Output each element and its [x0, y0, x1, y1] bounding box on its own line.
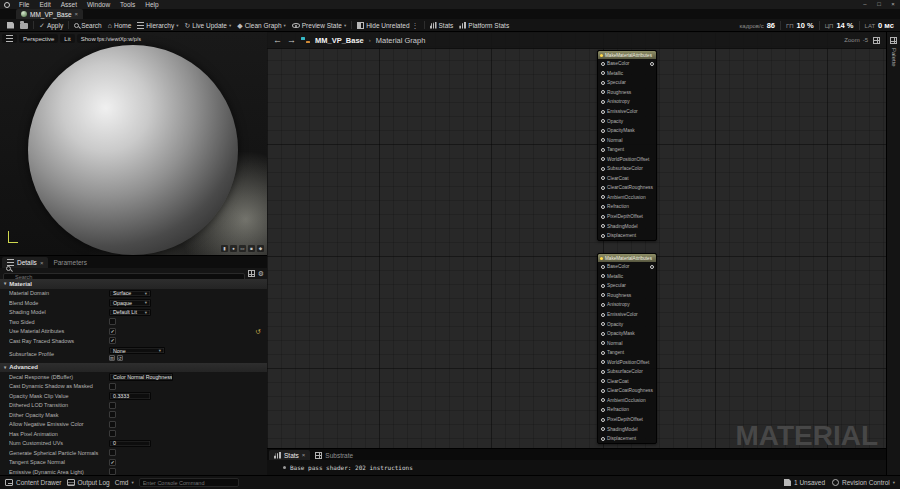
browse-button[interactable]	[17, 20, 31, 30]
input-pin-icon[interactable]	[601, 303, 605, 307]
unsaved-indicator[interactable]: 1 Unsaved	[784, 479, 825, 486]
browse-icon[interactable]: ⊞	[109, 355, 115, 361]
cmd-selector[interactable]: Cmd▾	[115, 479, 134, 486]
tab-close-icon[interactable]: ×	[75, 11, 79, 17]
input-pin-icon[interactable]	[601, 322, 605, 326]
checkbox-emissive-dynamic-area-light[interactable]	[109, 468, 116, 475]
material-node[interactable]: MakeMaterialAttributes BaseColorMetallic…	[597, 50, 657, 241]
material-node[interactable]: MakeMaterialAttributes BaseColorMetallic…	[597, 253, 657, 444]
checkbox-has-pixel-animation[interactable]	[109, 430, 116, 437]
cylinder-icon[interactable]: ▮	[221, 245, 228, 252]
input-pin-icon[interactable]	[601, 119, 605, 123]
input-pin-icon[interactable]	[601, 427, 605, 431]
input-pin-icon[interactable]	[601, 167, 605, 171]
section-material[interactable]: ▾Material	[0, 279, 267, 289]
field-opacity-mask-clip-value[interactable]: 0.3333	[109, 392, 151, 400]
home-button[interactable]: ⌂Home	[105, 21, 135, 30]
palette-tab-label[interactable]: Palette	[891, 48, 897, 67]
input-pin-icon[interactable]	[601, 100, 605, 104]
input-pin-icon[interactable]	[601, 110, 605, 114]
dropdown-shading-model[interactable]: Default Lit▾	[109, 309, 151, 317]
viewport-menu-button[interactable]	[2, 34, 17, 43]
input-pin-icon[interactable]	[601, 224, 605, 228]
section-advanced[interactable]: ▾Advanced	[0, 363, 267, 373]
apply-button[interactable]: ✓Apply	[36, 21, 66, 30]
console-command-input[interactable]	[139, 478, 239, 487]
input-pin-icon[interactable]	[601, 274, 605, 278]
breadcrumb-root[interactable]: MM_VP_Base	[315, 36, 364, 45]
output-pin-icon[interactable]	[650, 62, 654, 66]
input-pin-icon[interactable]	[601, 186, 605, 190]
hierarchy-button[interactable]: Hierarchy▾	[134, 21, 181, 30]
input-pin-icon[interactable]	[601, 360, 605, 364]
clean-graph-button[interactable]: ◆Clean Graph▾	[234, 21, 289, 30]
input-pin-icon[interactable]	[601, 157, 605, 161]
live-update-button[interactable]: ↻Live Update▾	[181, 21, 234, 30]
checkbox-two-sided[interactable]	[109, 318, 116, 325]
hide-unrelated-button[interactable]: Hide Unrelated⋮	[354, 21, 421, 30]
input-pin-icon[interactable]	[601, 195, 605, 199]
input-pin-icon[interactable]	[601, 370, 605, 374]
teapot-icon[interactable]: ◆	[257, 245, 264, 252]
input-pin-icon[interactable]	[601, 62, 605, 66]
output-pin-icon[interactable]	[650, 265, 654, 269]
tab-substrate[interactable]: Substrate	[310, 450, 358, 460]
content-drawer-button[interactable]: Content Drawer	[5, 479, 62, 486]
preview-sphere[interactable]	[28, 45, 238, 255]
display-filter-icon[interactable]	[248, 270, 255, 277]
reset-to-default-icon[interactable]: ↺	[256, 328, 261, 336]
field-num-customized-uvs[interactable]: 0	[109, 440, 151, 448]
material-graph-canvas[interactable]: MATERIAL MakeMaterialAttributes BaseColo…	[267, 32, 886, 475]
stats-tab-close-icon[interactable]: ×	[302, 452, 306, 458]
checkbox-cast-ray-traced-shadows[interactable]: ✓	[109, 337, 116, 344]
dropdown-decal-response-dbuffer[interactable]: Color Normal Roughness▾	[109, 373, 173, 381]
node-header[interactable]: MakeMaterialAttributes	[598, 254, 656, 262]
input-pin-icon[interactable]	[601, 313, 605, 317]
checkbox-cast-dynamic-shadow-as-masked[interactable]	[109, 383, 116, 390]
minimize-button[interactable]: –	[858, 0, 872, 9]
dropdown-material-domain[interactable]: Surface▾	[109, 290, 151, 298]
lit-mode-button[interactable]: Lit	[60, 34, 74, 43]
palette-strip[interactable]: Palette	[886, 32, 900, 475]
revision-control-button[interactable]: Revision Control▾	[832, 479, 895, 486]
input-pin-icon[interactable]	[601, 138, 605, 142]
input-pin-icon[interactable]	[601, 341, 605, 345]
checkbox-use-material-attributes[interactable]: ✓	[109, 328, 116, 335]
input-pin-icon[interactable]	[601, 389, 605, 393]
input-pin-icon[interactable]	[601, 234, 605, 238]
menu-item-help[interactable]: Help	[140, 1, 163, 8]
use-selected-icon[interactable]: ↺	[117, 355, 123, 361]
close-button[interactable]: ×	[886, 0, 900, 9]
checkbox-allow-negative-emissive-color[interactable]	[109, 421, 116, 428]
input-pin-icon[interactable]	[601, 293, 605, 297]
preview-state-button[interactable]: Preview State▾	[289, 21, 349, 30]
menu-item-asset[interactable]: Asset	[56, 1, 82, 8]
menu-item-edit[interactable]: Edit	[34, 1, 55, 8]
tab-stats[interactable]: Stats ×	[269, 450, 310, 460]
input-pin-icon[interactable]	[601, 398, 605, 402]
checkbox-generate-spherical-particle-normals[interactable]	[109, 449, 116, 456]
input-pin-icon[interactable]	[601, 176, 605, 180]
breadcrumb-current[interactable]: Material Graph	[376, 36, 426, 45]
checkbox-dithered-lod-transition[interactable]	[109, 402, 116, 409]
input-pin-icon[interactable]	[601, 265, 605, 269]
graph-map-icon[interactable]	[873, 37, 880, 44]
input-pin-icon[interactable]	[601, 332, 605, 336]
plane-icon[interactable]: ▭	[239, 245, 246, 252]
cube-icon[interactable]: ■	[248, 245, 255, 252]
checkbox-dither-opacity-mask[interactable]	[109, 411, 116, 418]
input-pin-icon[interactable]	[601, 81, 605, 85]
menu-item-tools[interactable]: Tools	[115, 1, 140, 8]
gear-icon[interactable]: ⚙	[258, 270, 264, 277]
platform-stats-button[interactable]: Platform Stats	[456, 21, 512, 30]
stats-button[interactable]: Stats	[427, 21, 457, 30]
perspective-button[interactable]: Perspective	[19, 34, 58, 43]
input-pin-icon[interactable]	[601, 437, 605, 441]
forward-icon[interactable]: →	[287, 35, 296, 45]
input-pin-icon[interactable]	[601, 408, 605, 412]
menu-item-window[interactable]: Window	[82, 1, 115, 8]
output-log-button[interactable]: Output Log	[67, 479, 110, 486]
input-pin-icon[interactable]	[601, 379, 605, 383]
asset-tab[interactable]: MM_VP_Base ×	[16, 9, 83, 19]
input-pin-icon[interactable]	[601, 205, 605, 209]
